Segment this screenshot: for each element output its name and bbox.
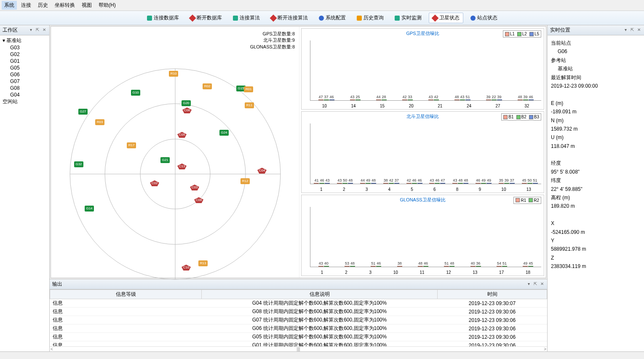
output-row[interactable]: 信息G01 统计周期内固定解个数600,解算次数600,固定率为100%2019… (50, 341, 547, 347)
dropdown-icon[interactable]: ▾ (28, 28, 33, 33)
toolbar-icon (189, 14, 196, 21)
bar: 49 (523, 266, 528, 267)
toolbar-button[interactable]: 历史查询 (353, 13, 387, 23)
station-tree[interactable]: ▾ 基准站 G03G02G01G05G06G07G08G04 空闲站 (0, 35, 49, 351)
toolbar-button[interactable]: 连接算法 (229, 13, 264, 23)
bar-group: 414643 (314, 183, 330, 184)
chart: 北斗卫星信噪比B1B2B3414643435048444948384237424… (301, 111, 544, 193)
bar-group: 473746 (318, 99, 334, 100)
menu-item[interactable]: 坐标转换 (52, 1, 77, 10)
bar-group: 5348 (345, 266, 355, 267)
satellite-marker[interactable]: R01 (244, 86, 253, 92)
pin-icon[interactable]: ⇱ (630, 28, 635, 33)
output-grid[interactable]: 信息等级信息说明时间信息G04 统计周期内固定解个数600,解算次数600,固定… (50, 289, 547, 346)
toolbar-button[interactable]: 站点状态 (467, 13, 501, 23)
scroll-controls[interactable]: <|||> (50, 346, 547, 351)
bar: 53 (345, 266, 350, 267)
bar: 37 (324, 99, 329, 100)
toolbar-button[interactable]: 连接数据库 (143, 13, 183, 23)
bar: 47 (440, 183, 445, 184)
toolbar-button[interactable]: 卫星状态 (429, 13, 463, 23)
tree-station-item[interactable]: G05 (2, 64, 48, 71)
workspace-title: 工作区 (3, 27, 18, 34)
bar: 43 (337, 183, 342, 184)
menu-item[interactable]: 系统 (2, 1, 17, 10)
menu-item[interactable]: 视图 (79, 1, 94, 10)
output-column-header[interactable]: 信息等级 (50, 290, 202, 299)
satellite-marker[interactable]: R03 (95, 119, 104, 125)
chart: GLONASS卫星信噪比R1R2434053485146384846514840… (301, 195, 544, 276)
toolbar-button[interactable]: 实时监测 (391, 13, 425, 23)
pin-icon[interactable]: ⇱ (35, 28, 40, 33)
bar: 38 (383, 183, 388, 184)
tree-station-item[interactable]: G03 (2, 44, 48, 51)
bar: 42 (389, 183, 394, 184)
menubar: 系统连接历史坐标转换视图帮助(H) (0, 0, 644, 11)
satellite-marker[interactable]: G24 (219, 130, 229, 136)
dropdown-icon[interactable]: ▾ (623, 28, 628, 33)
tree-station-item[interactable]: G04 (2, 91, 48, 98)
menu-item[interactable]: 帮助(H) (96, 1, 118, 10)
tree-station-item[interactable]: G06 (2, 71, 48, 78)
satellite-marker[interactable]: R17 (127, 142, 136, 148)
menu-item[interactable]: 连接 (19, 1, 34, 10)
output-row[interactable]: 信息G06 统计周期内固定解个数600,解算次数600,固定率为100%2019… (50, 324, 547, 333)
satellite-marker[interactable]: R02 (203, 83, 212, 89)
satellite-marker[interactable]: G20 (182, 100, 191, 106)
toolbar-button[interactable]: 系统配置 (315, 13, 350, 23)
bar: 48 (350, 266, 355, 267)
bar: 48 (454, 99, 460, 100)
bar-group: 483946 (518, 99, 534, 100)
satellite-marker[interactable]: R12 (240, 178, 250, 184)
satellite-marker[interactable]: R10 (169, 71, 178, 77)
chart: GPS卫星信噪比L1L2L547374643254428423343424843… (301, 28, 544, 110)
satellite-marker[interactable]: R13 (198, 260, 208, 266)
output-column-header[interactable]: 信息说明 (202, 290, 438, 299)
tree-idle-root[interactable]: 空闲站 (2, 98, 48, 105)
tree-station-item[interactable]: G07 (2, 78, 48, 85)
bar: 25 (355, 99, 361, 100)
bar: 49 (486, 183, 492, 184)
close-icon[interactable]: ✕ (636, 28, 641, 33)
pin-icon[interactable]: ⇱ (533, 282, 538, 287)
bar: 39 (523, 99, 528, 100)
close-icon[interactable]: ✕ (42, 28, 47, 33)
bar: 22 (492, 99, 497, 100)
bar: 49 (366, 183, 371, 184)
position-header: 实时位置 ▾ ⇱ ✕ (548, 25, 644, 35)
satellite-marker[interactable]: G14 (85, 206, 94, 212)
toolbar-button[interactable]: 断开连接算法 (267, 13, 312, 23)
output-title: 输出 (52, 281, 62, 288)
bar-group: 4233 (402, 99, 413, 100)
bar-group: 444948 (360, 183, 376, 184)
bar: 39 (504, 183, 509, 184)
satellite-marker[interactable]: G27 (78, 109, 88, 115)
close-icon[interactable]: ✕ (540, 282, 545, 287)
satellite-marker[interactable]: R11 (245, 102, 254, 108)
toolbar-button[interactable]: 断开数据库 (186, 13, 226, 23)
tree-station-item[interactable]: G01 (2, 58, 48, 64)
position-panel: 实时位置 ▾ ⇱ ✕ 当前站点 G06 参考站 基准站 最近解算时间 2019-… (547, 25, 644, 351)
satellite-marker[interactable]: G10 (131, 90, 140, 96)
charts-pane: GPS卫星信噪比L1L2L547374643254428423343424843… (299, 27, 546, 278)
toolbar-icon (319, 16, 324, 21)
bar: 43 (452, 183, 457, 184)
toolbar-icon (395, 16, 400, 21)
output-row[interactable]: 信息G07 统计周期内固定解个数600,解算次数600,固定率为100%2019… (50, 316, 547, 324)
bar: 42 (406, 183, 412, 184)
tree-base-root[interactable]: ▾ 基准站 (2, 37, 48, 44)
bar: 49 (481, 183, 486, 184)
satellite-marker[interactable]: G21 (160, 157, 170, 163)
output-column-header[interactable]: 时间 (438, 290, 547, 299)
tree-station-item[interactable]: G02 (2, 51, 48, 58)
output-row[interactable]: 信息G05 统计周期内固定解个数600,解算次数600,固定率为100%2019… (50, 333, 547, 341)
tree-station-item[interactable]: G08 (2, 85, 48, 91)
output-panel: 输出 ▾ ⇱ ✕ 信息等级信息说明时间信息G04 统计周期内固定解个数600,解… (50, 279, 547, 351)
satellite-marker[interactable]: G32 (74, 161, 83, 167)
bar: 37 (394, 183, 399, 184)
skyplot-pane: GPS卫星数量:8 北斗卫星数量:9 GLONASS卫星数量:8 R10R02G… (51, 27, 299, 278)
dropdown-icon[interactable]: ▾ (526, 282, 531, 287)
bar: 37 (510, 183, 515, 184)
bar: 39 (497, 99, 502, 100)
menu-item[interactable]: 历史 (35, 1, 51, 10)
